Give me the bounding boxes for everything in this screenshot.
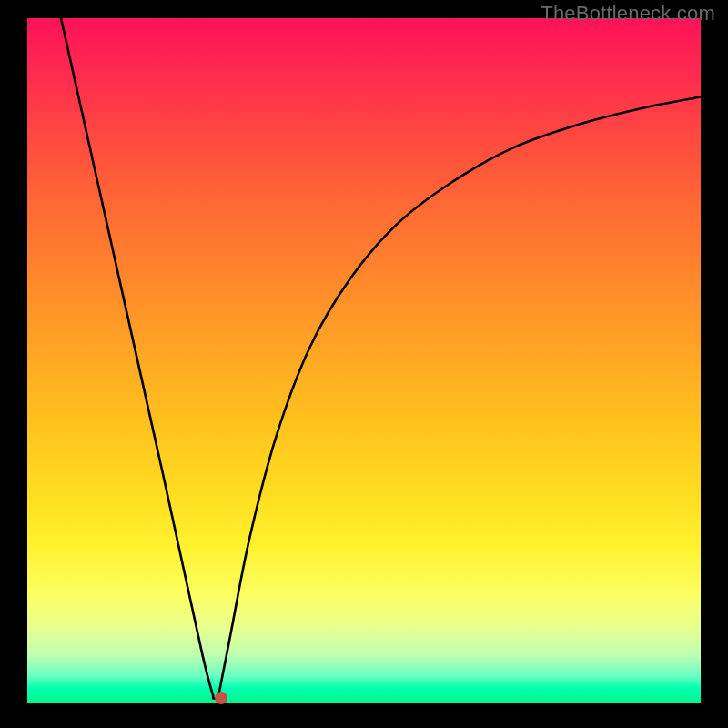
minimum-marker [215,692,228,704]
watermark-text: TheBottleneck.com [541,2,715,25]
chart-frame: TheBottleneck.com [0,0,728,728]
plot-area [27,18,701,703]
bottleneck-curve [61,18,701,698]
curve-svg [27,18,701,703]
